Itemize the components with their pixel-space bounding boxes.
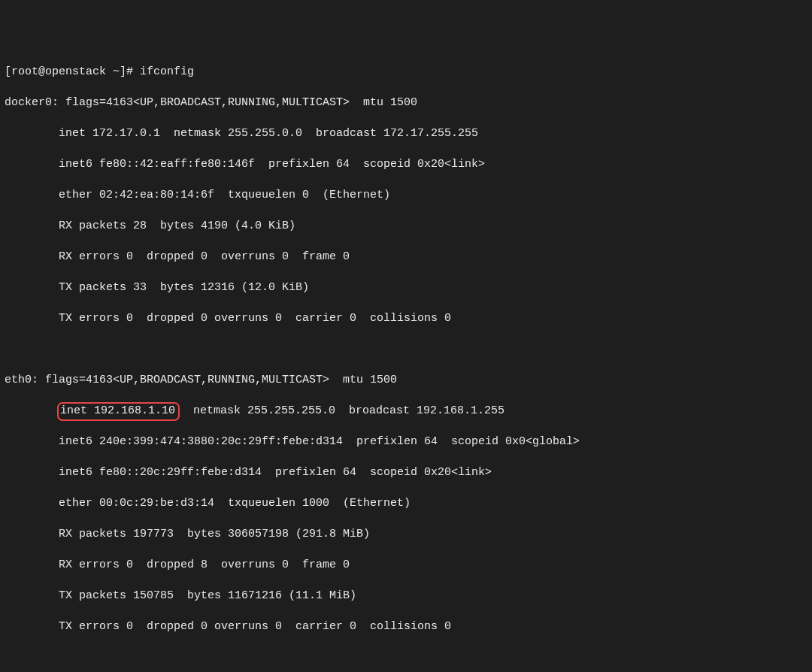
output-line: TX errors 0 dropped 0 overruns 0 carrier… bbox=[5, 619, 812, 635]
output-line: RX packets 28 bytes 4190 (4.0 KiB) bbox=[5, 219, 812, 235]
output-line: inet6 fe80::42:eaff:fe80:146f prefixlen … bbox=[5, 157, 812, 173]
blank-line bbox=[5, 342, 812, 358]
output-line: ether 00:0c:29:be:d3:14 txqueuelen 1000 … bbox=[5, 496, 812, 512]
highlight-inet-eth0: inet 192.168.1.10 bbox=[57, 402, 180, 421]
output-line: inet 192.168.1.10 netmask 255.255.255.0 … bbox=[5, 404, 812, 419]
output-line: RX packets 197773 bytes 306057198 (291.8… bbox=[5, 527, 812, 543]
output-line: TX packets 33 bytes 12316 (12.0 KiB) bbox=[5, 280, 812, 296]
output-line: TX errors 0 dropped 0 overruns 0 carrier… bbox=[5, 311, 812, 327]
output-line: docker0: flags=4163<UP,BROADCAST,RUNNING… bbox=[5, 95, 812, 111]
output-line: inet6 240e:399:474:3880:20c:29ff:febe:d3… bbox=[5, 434, 812, 450]
output-line: inet6 fe80::20c:29ff:febe:d314 prefixlen… bbox=[5, 465, 812, 481]
output-line: inet 172.17.0.1 netmask 255.255.0.0 broa… bbox=[5, 126, 812, 142]
output-line: eth0: flags=4163<UP,BROADCAST,RUNNING,MU… bbox=[5, 373, 812, 389]
output-line: ether 02:42:ea:80:14:6f txqueuelen 0 (Et… bbox=[5, 188, 812, 204]
output-line: TX packets 150785 bytes 11671216 (11.1 M… bbox=[5, 589, 812, 604]
output-rest: netmask 255.255.255.0 broadcast 192.168.… bbox=[180, 404, 504, 417]
output-line: RX errors 0 dropped 8 overruns 0 frame 0 bbox=[5, 558, 812, 574]
prompt-line[interactable]: [root@openstack ~]# ifconfig bbox=[5, 65, 812, 80]
blank-line bbox=[5, 650, 812, 666]
indent bbox=[5, 404, 59, 417]
output-line: RX errors 0 dropped 0 overruns 0 frame 0 bbox=[5, 250, 812, 265]
